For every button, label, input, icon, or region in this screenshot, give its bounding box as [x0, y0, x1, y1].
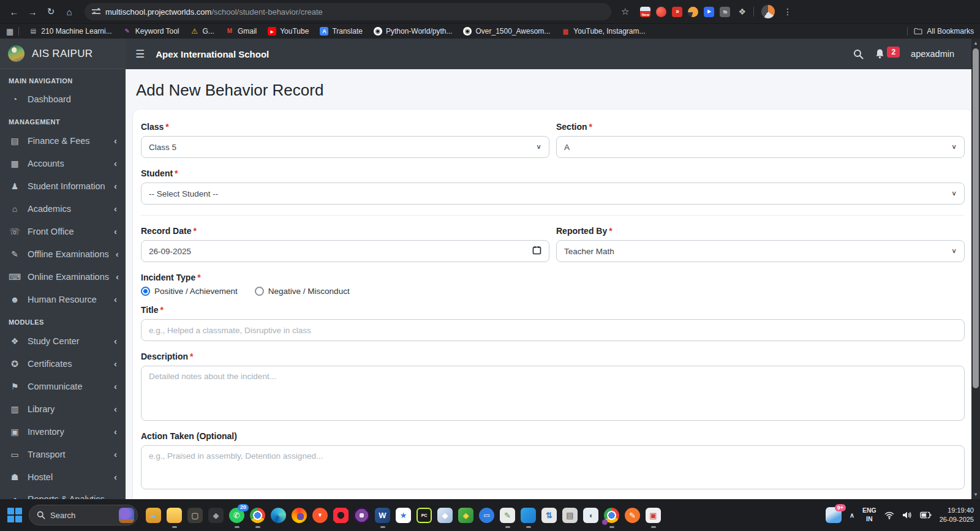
user-menu[interactable]: apexadmin — [911, 49, 954, 59]
reload-icon[interactable]: ↻ — [43, 4, 59, 20]
taskbar-app-chrome-dev[interactable] — [604, 508, 619, 523]
section-select-value: A — [564, 143, 570, 152]
sidebar-item-dashboard[interactable]: ◔Dashboard — [0, 88, 126, 110]
taskbar-app-opera[interactable] — [333, 508, 349, 523]
search-icon[interactable] — [853, 49, 864, 59]
taskbar-app-star[interactable]: ★ — [396, 508, 411, 523]
taskbar-app-vscode[interactable] — [521, 508, 536, 523]
back-icon[interactable]: ← — [6, 4, 22, 20]
taskbar-app-chrome[interactable] — [250, 508, 265, 523]
page-scrollbar[interactable]: ▲ ▼ — [971, 39, 980, 499]
scroll-up-icon[interactable]: ▲ — [973, 39, 978, 47]
sidebar-item-inventory[interactable]: ▣Inventory‹ — [0, 420, 126, 443]
sidebar-item-certificates[interactable]: ✪Certificates‹ — [0, 352, 126, 375]
bookmark-over-1500-awesome[interactable]: ◉Over_1500_Awesom... — [458, 25, 555, 37]
sidebar-item-reports-analytics[interactable]: ◕Reports & Analytics — [0, 488, 126, 499]
battery-icon[interactable] — [920, 511, 932, 519]
forward-icon[interactable]: → — [24, 4, 40, 20]
title-input[interactable] — [141, 319, 965, 341]
bookmark-star-icon[interactable]: ☆ — [621, 6, 629, 17]
sidebar-item-student-information[interactable]: ♟Student Information‹ — [0, 175, 126, 197]
tray-widget-icon[interactable]: 9+ — [826, 507, 842, 523]
taskbar-app-dark-cube[interactable]: ◆ — [208, 508, 224, 523]
taskbar-app-file-explorer[interactable] — [167, 508, 182, 523]
taskbar-app-red-package[interactable]: ▣ — [646, 508, 661, 523]
taskbar-clock[interactable]: 19:19:40 26-09-2025 — [940, 506, 974, 524]
extension-blue-f[interactable]: ▶ — [704, 7, 714, 17]
taskbar-app-photos[interactable]: ▢ — [187, 508, 203, 523]
sidebar-item-communicate[interactable]: ⚑Communicate‹ — [0, 375, 126, 397]
tray-chevron-up-icon[interactable]: ∧ — [850, 511, 854, 519]
radio-option-positive[interactable]: Positive / Achievement — [141, 287, 238, 296]
browser-menu-icon[interactable]: ⋮ — [783, 7, 792, 17]
taskbar-app-edge[interactable] — [271, 508, 286, 523]
sidebar-item-library[interactable]: ▥Library‹ — [0, 397, 126, 420]
sidebar-item-hostel[interactable]: ☗Hostel‹ — [0, 465, 126, 488]
taskbar-app-winscp[interactable]: ⇅ — [541, 508, 557, 523]
bookmark-youtube[interactable]: ▶YouTube — [263, 25, 314, 37]
taskbar-app-postgresql[interactable]: ◖ — [583, 508, 598, 523]
sidebar-item-finance-fees[interactable]: ▤Finance & Fees‹ — [0, 129, 126, 152]
taskbar-search[interactable]: Search — [29, 505, 138, 525]
class-select[interactable]: Class 5 ∨ — [141, 136, 549, 158]
sidebar-item-online-examinations[interactable]: ⌨Online Examinations‹ — [0, 265, 126, 288]
section-select[interactable]: A ∨ — [556, 136, 965, 158]
sidebar-item-transport[interactable]: ▭Transport‹ — [0, 443, 126, 465]
calendar-icon[interactable] — [532, 246, 541, 257]
search-highlight-image[interactable] — [119, 508, 134, 523]
sidebar-item-study-center[interactable]: ❖Study Center‹ — [0, 330, 126, 352]
sidebar-toggle-icon[interactable]: ☰ — [135, 48, 145, 61]
all-bookmarks-button[interactable]: All Bookmarks — [907, 27, 974, 36]
description-textarea[interactable] — [141, 366, 965, 421]
site-info-icon[interactable] — [92, 9, 100, 15]
taskbar-app-onedrive-folder[interactable]: ☁ — [146, 508, 161, 523]
extensions-puzzle-icon[interactable]: ❖ — [738, 7, 746, 17]
taskbar-app-firefox[interactable] — [292, 508, 307, 523]
bookmark-youtube-instagram[interactable]: ▆YouTube, Instagram... — [556, 25, 650, 37]
taskbar-app-brave[interactable]: ▼ — [312, 508, 328, 523]
taskbar-app-whatsapp[interactable]: ✆20 — [229, 508, 244, 523]
extension-orange-swirl[interactable] — [688, 7, 698, 17]
wifi-icon[interactable] — [884, 511, 894, 519]
language-indicator[interactable]: ENG IN — [862, 507, 876, 523]
apps-grid-icon[interactable]: ▦ — [6, 27, 13, 36]
record-date-input[interactable]: 26-09-2025 — [141, 240, 549, 262]
bookmark-translate[interactable]: ATranslate — [315, 25, 368, 37]
action-taken-textarea[interactable] — [141, 445, 965, 489]
radio-option-negative[interactable]: Negative / Misconduct — [255, 287, 350, 296]
bookmark-python-world[interactable]: ◉Python-World/pyth... — [369, 25, 458, 37]
scroll-down-icon[interactable]: ▼ — [973, 491, 978, 499]
home-icon[interactable]: ⌂ — [61, 4, 77, 20]
sidebar-item-accounts[interactable]: ▦Accounts‹ — [0, 152, 126, 175]
taskbar-app-word[interactable]: W — [375, 508, 390, 523]
extension-red-forward[interactable]: » — [672, 7, 682, 17]
start-button[interactable] — [6, 507, 23, 524]
volume-icon[interactable] — [902, 511, 912, 519]
taskbar-app-orange-pen[interactable]: ✎ — [625, 508, 640, 523]
extension-new-badge[interactable]: New — [640, 7, 650, 17]
browser-profile-avatar[interactable] — [761, 5, 775, 18]
sidebar-brand[interactable]: AIS RAIPUR — [0, 39, 126, 69]
taskbar-app-green-cube[interactable]: ◆ — [458, 508, 473, 523]
taskbar-app-blue-monitor[interactable]: ▭ — [479, 508, 494, 523]
taskbar-app-notepad-plus-plus[interactable]: ✎ — [500, 508, 515, 523]
student-select[interactable]: -- Select Student -- ∨ — [141, 183, 965, 205]
reported-by-select[interactable]: Teacher Math ∨ — [556, 240, 965, 262]
notifications-button[interactable]: 2 — [875, 48, 900, 59]
sidebar-item-front-office[interactable]: ☏Front Office‹ — [0, 220, 126, 243]
extension-gray-fb[interactable]: fb — [720, 7, 730, 17]
taskbar-app-tor-browser[interactable] — [354, 508, 369, 523]
extension-red-dot[interactable] — [656, 7, 666, 17]
address-bar[interactable]: multischool.projectworlds.com/school/stu… — [85, 3, 611, 20]
bookmark-gmail[interactable]: MGmail — [221, 25, 262, 37]
bookmark-g[interactable]: ⚠G... — [186, 25, 219, 37]
sidebar-item-academics[interactable]: ⌂Academics‹ — [0, 197, 126, 220]
sidebar-item-offline-examinations[interactable]: ✎Offline Examinations‹ — [0, 243, 126, 265]
bookmark-210-machine-learning[interactable]: ▤210 Machine Learni... — [24, 25, 116, 37]
bookmark-keyword-tool[interactable]: ✎Keyword Tool — [118, 25, 184, 37]
taskbar-app-pycharm[interactable]: PC — [417, 508, 432, 523]
taskbar-app-light-cube[interactable]: ◆ — [437, 508, 453, 523]
scrollbar-thumb[interactable] — [973, 48, 979, 388]
sidebar-item-human-resource[interactable]: ☻Human Resource‹ — [0, 288, 126, 311]
taskbar-app-remote-desktop[interactable]: ▤ — [562, 508, 578, 523]
